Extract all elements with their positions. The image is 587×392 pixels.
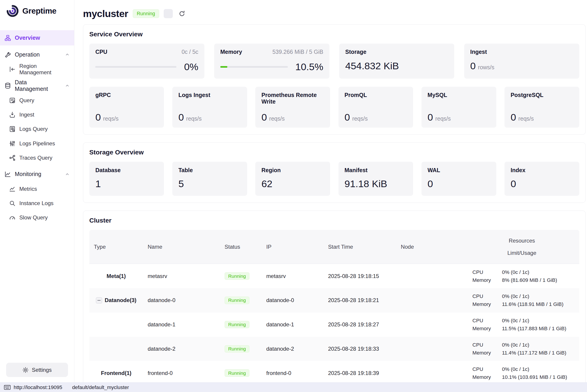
region-tile: Region 62: [255, 162, 330, 196]
status-url: http://localhost:19095: [14, 384, 62, 390]
table-row: Datanode(3) datanode-0 Running datanode-…: [89, 288, 579, 312]
row-ip: frontend-0: [262, 370, 324, 376]
memory-progress-bar: [220, 66, 288, 68]
monitoring-icon: [5, 171, 11, 178]
collapse-row-icon[interactable]: [96, 297, 102, 304]
chevron-up-icon: [65, 172, 70, 176]
column-resources-label: Resources: [509, 238, 535, 244]
card-title: Cluster: [89, 217, 579, 224]
storage-overview-card: Storage Overview Database 1 Table 5 Regi…: [83, 142, 585, 203]
row-ip: datanode-2: [262, 346, 324, 352]
tile-label: PostgreSQL: [511, 92, 573, 98]
sidebar-item-metrics[interactable]: Metrics: [0, 182, 74, 196]
mysql-tile: MySQL 0reqs/s: [422, 87, 496, 128]
sidebar-item-label: Slow Query: [19, 214, 48, 221]
row-start-time: 2025-08-28 19:18:27: [324, 321, 396, 328]
logs-ingest-tile: Logs Ingest 0reqs/s: [172, 87, 247, 128]
settings-button[interactable]: Settings: [6, 363, 68, 377]
gear-icon: [22, 367, 29, 373]
tile-label: WAL: [428, 167, 440, 173]
tile-value: 62: [261, 178, 272, 189]
sidebar-nav: Overview Operation: [0, 22, 74, 358]
sidebar-item-instance-logs[interactable]: Instance Logs: [0, 196, 74, 210]
tile-label: Index: [511, 167, 525, 173]
status-badge: Running: [225, 296, 250, 304]
row-cpu-usage: 0% (0c / 1c): [502, 316, 566, 324]
row-type: Frontend(1): [101, 370, 131, 376]
refresh-button[interactable]: [177, 9, 186, 18]
storage-tile: Storage 454.832 KiB: [339, 44, 454, 78]
memory-tile: Memory 539.266 MiB / 5 GiB 10.5%: [214, 44, 329, 78]
column-start-time: Start Time: [324, 230, 396, 264]
tile-label: Prometheus Remote Write: [261, 92, 324, 105]
toolbar-button[interactable]: [164, 9, 173, 18]
memory-detail: 539.266 MiB / 5 GiB: [272, 48, 323, 55]
sidebar-item-logs-pipelines[interactable]: Logs Pipelines: [0, 136, 74, 150]
row-start-time: 2025-08-28 19:18:21: [324, 297, 396, 304]
page-title: mycluster: [83, 8, 128, 19]
cpu-label: CPU: [472, 341, 502, 349]
sidebar-item-overview[interactable]: Overview: [0, 30, 74, 46]
sidebar-item-region-management[interactable]: Region Management: [0, 62, 74, 76]
rate-value: 0: [178, 112, 184, 123]
sidebar-item-label: Ingest: [19, 112, 34, 118]
row-resources: CPUMemory 0% (0c / 1c)11.4% (117.172 MiB…: [472, 341, 566, 357]
table-tile: Table 5: [172, 162, 247, 196]
tile-label: Manifest: [345, 167, 367, 173]
brand-name: Greptime: [22, 6, 56, 16]
page-header: mycluster Running: [83, 0, 585, 20]
sidebar-item-query[interactable]: Query: [0, 93, 74, 108]
memory-label: Memory: [472, 373, 502, 381]
rate-value: 0: [511, 112, 516, 123]
storage-tiles: Database 1 Table 5 Region 62 Manifest 91…: [89, 162, 579, 196]
table-header: Type Name Status IP Start Time Node Reso…: [89, 230, 579, 264]
sidebar-group-data-management[interactable]: Data Management: [0, 78, 74, 93]
table-row: datanode-2 Running datanode-2 2025-08-28…: [89, 337, 579, 361]
sidebar-item-ingest[interactable]: Ingest: [0, 108, 74, 122]
column-status: Status: [220, 230, 262, 264]
sidebar-item-logs-query[interactable]: Logs Query: [0, 122, 74, 136]
status-badge: Running: [225, 369, 250, 377]
cpu-progress-bar: [95, 66, 176, 68]
manifest-tile: Manifest 91.18 KiB: [339, 162, 413, 196]
chevron-up-icon: [65, 52, 70, 57]
tile-value: 5: [178, 178, 184, 189]
chevron-up-icon: [65, 83, 70, 88]
row-resources: CPUMemory 0% (0c / 1c)11.6% (118.91 MiB …: [472, 292, 563, 308]
promql-tile: PromQL 0reqs/s: [339, 87, 413, 128]
memory-label: Memory: [472, 349, 502, 357]
tile-label: Table: [178, 167, 193, 173]
sidebar-item-label: Query: [19, 97, 34, 104]
sidebar-group-operation[interactable]: Operation: [0, 47, 74, 62]
cpu-label: CPU: [472, 292, 502, 300]
sidebar-item-traces-query[interactable]: Traces Query: [0, 150, 74, 165]
tile-label: PromQL: [345, 92, 407, 98]
tile-label: Database: [95, 167, 121, 173]
memory-percent: 10.5%: [295, 61, 323, 72]
table-body: Meta(1) metasrv Running metasrv 2025-08-…: [89, 264, 579, 382]
card-title: Storage Overview: [89, 148, 579, 156]
settings-label: Settings: [32, 367, 52, 373]
row-ip: datanode-1: [262, 321, 324, 328]
sidebar-item-label: Overview: [15, 34, 40, 41]
sidebar-item-slow-query[interactable]: Slow Query: [0, 210, 74, 225]
ingest-tile: Ingest 0rows/s: [464, 44, 579, 78]
rate-value: 0: [95, 112, 101, 123]
column-name: Name: [143, 230, 220, 264]
status-bar: http://localhost:19095 default/default_m…: [0, 382, 587, 392]
ingest-unit: rows/s: [478, 64, 494, 70]
grpc-tile: gRPC 0reqs/s: [89, 87, 164, 128]
row-name: frontend-0: [143, 370, 220, 376]
greptime-logo-icon: [6, 4, 19, 18]
row-name: datanode-1: [143, 321, 220, 328]
tile-value: 1: [95, 178, 101, 189]
sidebar-item-label: Region Management: [19, 63, 70, 76]
row-memory-usage: 11.6% (118.91 MiB / 1 GiB): [502, 300, 563, 308]
app-window: Greptime Overview: [0, 0, 587, 392]
row-type: Meta(1): [107, 273, 126, 279]
storage-value: 454.832 KiB: [345, 60, 399, 71]
database-tile: Database 1: [89, 162, 164, 196]
rate-value: 0: [261, 112, 267, 123]
keyboard-icon: [4, 385, 11, 390]
sidebar-group-monitoring[interactable]: Monitoring: [0, 166, 74, 182]
